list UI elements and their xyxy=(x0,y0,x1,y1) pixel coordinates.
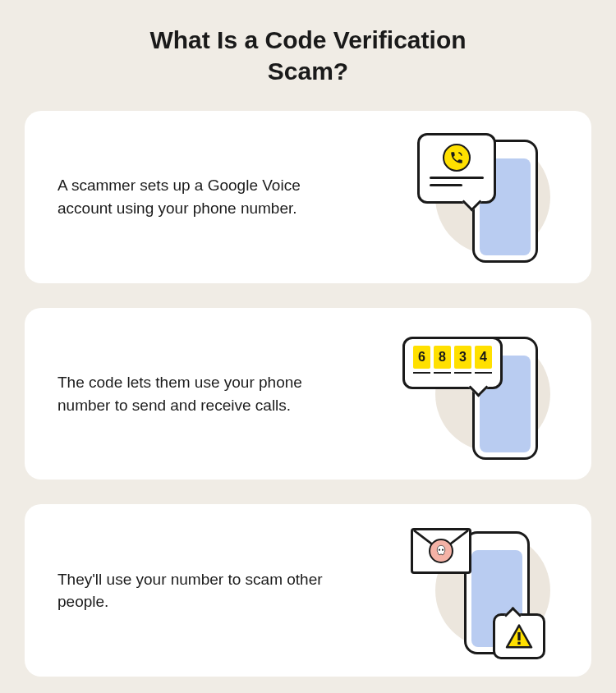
illustration-scam xyxy=(386,516,567,664)
svg-rect-2 xyxy=(517,632,520,640)
envelope-icon xyxy=(411,528,471,574)
phone-call-icon xyxy=(443,144,471,172)
info-card-1: A scammer sets up a Google Voice account… xyxy=(25,111,591,283)
info-card-3: They'll use your number to scam other pe… xyxy=(25,504,591,677)
illustration-code: 6 8 3 4 xyxy=(386,320,567,468)
svg-point-1 xyxy=(442,549,444,551)
card-text: The code lets them use your phone number… xyxy=(57,371,337,416)
speech-bubble-icon xyxy=(417,133,496,204)
warning-icon xyxy=(505,624,533,649)
illustration-setup xyxy=(386,123,567,271)
warning-bubble-icon xyxy=(493,613,545,659)
info-card-2: The code lets them use your phone number… xyxy=(25,308,591,480)
svg-rect-3 xyxy=(517,642,520,645)
card-text: A scammer sets up a Google Voice account… xyxy=(57,174,337,219)
svg-point-0 xyxy=(439,549,440,551)
code-digit: 3 xyxy=(454,346,471,369)
code-digit: 6 xyxy=(413,346,430,369)
page-title: What Is a Code Verification Scam? xyxy=(136,25,480,86)
skull-icon xyxy=(429,539,453,563)
card-text: They'll use your number to scam other pe… xyxy=(57,568,337,613)
code-bubble-icon: 6 8 3 4 xyxy=(402,337,503,389)
code-digit: 8 xyxy=(434,346,451,369)
code-digit: 4 xyxy=(475,346,492,369)
